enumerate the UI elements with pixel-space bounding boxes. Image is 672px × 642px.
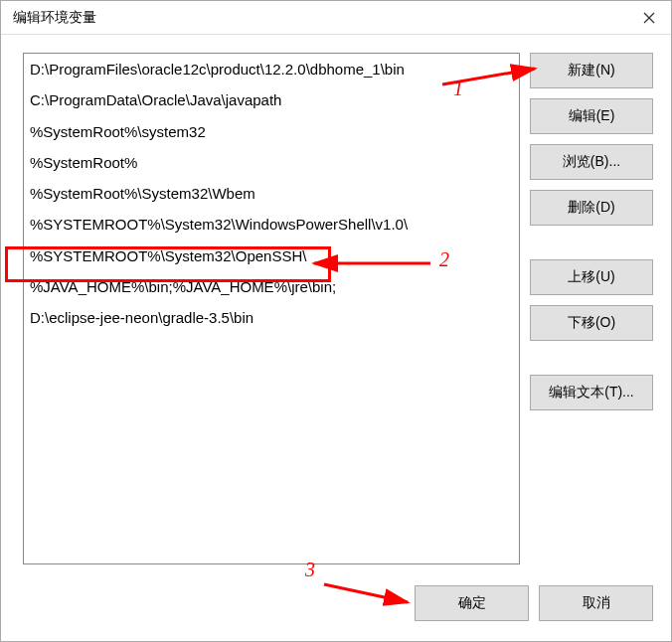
footer-button-group: 确定 取消 <box>1 582 671 641</box>
side-button-group: 新建(N) 编辑(E) 浏览(B)... 删除(D) 上移(U) 下移(O) 编… <box>530 53 653 564</box>
new-button[interactable]: 新建(N) <box>530 53 653 88</box>
title-bar: 编辑环境变量 <box>1 1 671 35</box>
path-listbox[interactable]: D:\ProgramFiles\oracle12c\product\12.2.0… <box>23 53 520 564</box>
moveup-button[interactable]: 上移(U) <box>530 259 653 295</box>
edit-button[interactable]: 编辑(E) <box>530 98 653 134</box>
spacer <box>530 236 653 249</box>
list-item[interactable]: %SYSTEMROOT%\System32\WindowsPowerShell\… <box>24 209 519 240</box>
annotation-label-2: 2 <box>439 248 449 271</box>
movedown-button[interactable]: 下移(O) <box>530 305 653 341</box>
list-item[interactable]: D:\ProgramFiles\oracle12c\product\12.2.0… <box>24 54 519 84</box>
content-area: D:\ProgramFiles\oracle12c\product\12.2.0… <box>1 35 671 582</box>
ok-button[interactable]: 确定 <box>415 585 529 621</box>
spacer <box>530 351 653 365</box>
list-item[interactable]: %SystemRoot%\system32 <box>24 116 519 147</box>
annotation-label-3: 3 <box>305 559 315 581</box>
close-icon <box>643 12 655 24</box>
close-button[interactable] <box>627 1 671 35</box>
list-item[interactable]: %SystemRoot%\System32\Wbem <box>24 178 519 209</box>
list-item[interactable]: %SystemRoot% <box>24 147 519 178</box>
browse-button[interactable]: 浏览(B)... <box>530 144 653 180</box>
annotation-label-1: 1 <box>453 78 463 100</box>
annotation-highlight-box <box>5 246 331 282</box>
window-title: 编辑环境变量 <box>13 9 96 27</box>
dialog-window: 编辑环境变量 D:\ProgramFiles\oracle12c\product… <box>0 0 672 642</box>
edittext-button[interactable]: 编辑文本(T)... <box>530 375 653 410</box>
list-item[interactable]: D:\eclipse-jee-neon\gradle-3.5\bin <box>24 302 519 333</box>
delete-button[interactable]: 删除(D) <box>530 190 653 226</box>
list-item[interactable]: C:\ProgramData\Oracle\Java\javapath <box>24 84 519 115</box>
cancel-button[interactable]: 取消 <box>539 585 653 621</box>
